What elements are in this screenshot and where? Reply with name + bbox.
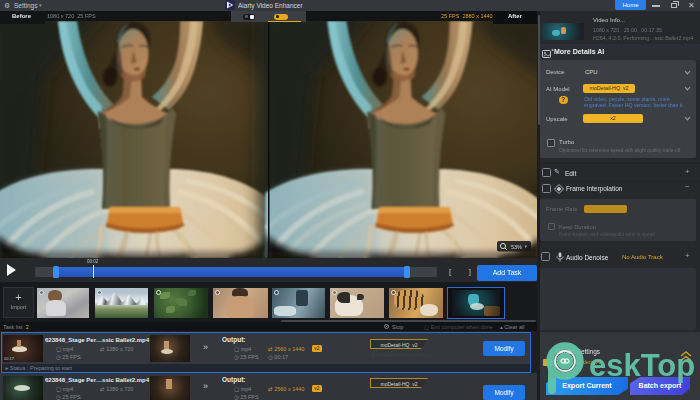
svg-text:eskTop: eskTop: [589, 348, 695, 383]
svg-text:53%: 53%: [511, 244, 522, 250]
